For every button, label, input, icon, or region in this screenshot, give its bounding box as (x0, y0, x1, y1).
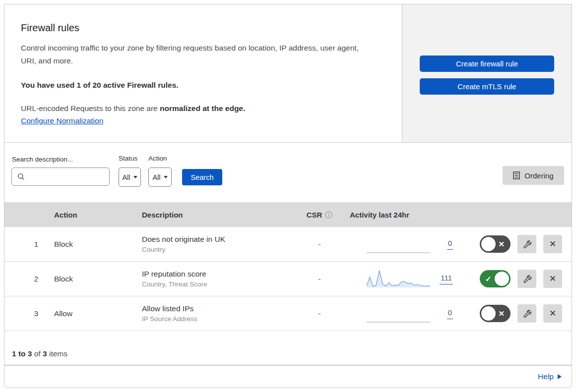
rule-csr: - (319, 275, 321, 283)
search-input[interactable] (29, 172, 105, 181)
col-description: Description (142, 211, 292, 219)
edit-rule-button[interactable] (517, 235, 536, 253)
close-icon: ✕ (549, 239, 556, 249)
rule-fields: Country, Threat Score (142, 280, 292, 288)
rule-controls: ✓ ✕ ✕ (461, 304, 572, 323)
activity-sparkline (367, 302, 430, 325)
edit-rule-button[interactable] (517, 304, 536, 323)
rule-activity: 0 (347, 233, 461, 256)
rule-title: Does not originate in UK (142, 235, 292, 244)
wrench-icon (523, 309, 531, 318)
rule-description: IP reputation score Country, Threat Scor… (142, 270, 292, 288)
status-label: Status (119, 155, 137, 162)
rule-index: 2 (4, 275, 54, 283)
search-button[interactable]: Search (182, 169, 222, 185)
chevron-down-icon (164, 176, 168, 178)
action-dropdown[interactable]: All (148, 168, 172, 187)
actions-panel: Create firewall rule Create mTLS rule (402, 4, 572, 142)
activity-count-link[interactable]: 0 (447, 239, 453, 250)
chevron-down-icon (133, 176, 137, 178)
toggle-knob (481, 237, 496, 251)
rule-action: Block (54, 275, 142, 283)
status-value: All (122, 173, 130, 181)
status-dropdown[interactable]: All (119, 168, 141, 187)
rule-description: Does not originate in UK Country (142, 235, 292, 253)
items-text: items (47, 349, 67, 358)
usage-summary: You have used 1 of 20 active Firewall ru… (21, 81, 372, 90)
help-link[interactable]: Help (538, 372, 562, 381)
csr-label: CSR (307, 211, 322, 219)
bottom-bar: Help (4, 365, 572, 388)
table-row: 2 Block IP reputation score Country, Thr… (4, 262, 572, 296)
col-action: Action (54, 211, 142, 219)
rule-enabled-toggle[interactable]: ✓ ✕ (480, 235, 511, 253)
search-box (11, 168, 110, 186)
create-firewall-rule-button[interactable]: Create firewall rule (420, 56, 554, 72)
toggle-knob (481, 306, 496, 321)
delete-rule-button[interactable]: ✕ (543, 304, 562, 323)
edit-rule-button[interactable] (517, 270, 536, 288)
header-info: Firewall rules Control incoming traffic … (4, 4, 402, 142)
wrench-icon (523, 275, 531, 283)
rule-index: 3 (4, 309, 54, 318)
table-row: 3 Allow Allow listed IPs IP Source Addre… (4, 296, 572, 331)
action-value: All (152, 173, 160, 181)
rule-controls: ✓ ✕ ✕ (461, 235, 572, 253)
ordering-button[interactable]: Ordering (503, 166, 564, 185)
search-icon (17, 173, 25, 180)
activity-count-link[interactable]: 111 (440, 274, 453, 284)
rule-action: Block (54, 240, 142, 249)
col-csr: CSR (307, 211, 333, 219)
create-mtls-rule-button[interactable]: Create mTLS rule (420, 78, 554, 95)
activity-count-link[interactable]: 0 (447, 308, 453, 319)
items-total: 3 (43, 349, 47, 358)
search-label: Search description... (12, 156, 73, 163)
rule-enabled-toggle[interactable]: ✓ ✕ (480, 305, 511, 322)
rule-action: Allow (54, 309, 142, 318)
rule-csr: - (319, 309, 321, 318)
x-icon: ✕ (498, 305, 505, 322)
col-activity: Activity last 24hr (347, 211, 461, 219)
delete-rule-button[interactable]: ✕ (543, 270, 562, 288)
action-label: Action (148, 155, 167, 162)
rule-title: Allow listed IPs (142, 304, 292, 313)
normalization-prefix: URL-encoded Requests to this zone are (21, 104, 160, 112)
rule-title: IP reputation score (142, 270, 292, 279)
rule-fields: IP Source Address (142, 315, 292, 323)
header-section: Firewall rules Control incoming traffic … (4, 4, 572, 143)
help-label: Help (538, 372, 554, 381)
toggle-knob (495, 272, 509, 286)
table-header: Action Description CSR Activity last 24h… (4, 202, 572, 227)
table-row: 1 Block Does not originate in UK Country… (4, 227, 572, 262)
arrow-right-icon (558, 374, 562, 379)
rule-activity: 111 (347, 268, 461, 290)
activity-sparkline (367, 233, 430, 256)
page-title: Firewall rules (21, 22, 372, 34)
rule-fields: Country (142, 246, 292, 253)
close-icon: ✕ (549, 274, 556, 284)
info-icon[interactable] (325, 211, 332, 219)
configure-normalization-link[interactable]: Configure Normalization (21, 116, 103, 125)
firewall-rules-card: Firewall rules Control incoming traffic … (4, 4, 572, 365)
page-description: Control incoming traffic to your zone by… (21, 42, 372, 67)
delete-rule-button[interactable]: ✕ (543, 235, 562, 253)
rule-enabled-toggle[interactable]: ✓ ✕ (480, 270, 511, 287)
rule-csr: - (319, 240, 321, 248)
x-icon: ✕ (498, 235, 505, 253)
rule-index: 1 (4, 240, 54, 248)
normalization-bold: normalized at the edge. (160, 104, 245, 112)
list-icon (513, 171, 520, 179)
table-footer: 1 to 3 of 3 items (4, 331, 572, 365)
rule-activity: 0 (347, 302, 461, 325)
items-range: 1 to 3 (12, 349, 32, 358)
check-icon: ✓ (485, 270, 492, 287)
of-text: of (32, 349, 43, 358)
activity-sparkline (367, 268, 430, 290)
normalization-note: URL-encoded Requests to this zone are no… (21, 104, 372, 113)
ordering-label: Ordering (524, 171, 553, 180)
filter-bar: Search description... Status All Action … (4, 143, 572, 202)
rule-controls: ✓ ✕ ✕ (461, 270, 572, 288)
table-body: 1 Block Does not originate in UK Country… (4, 227, 572, 331)
close-icon: ✕ (549, 308, 556, 319)
rule-description: Allow listed IPs IP Source Address (142, 304, 292, 323)
